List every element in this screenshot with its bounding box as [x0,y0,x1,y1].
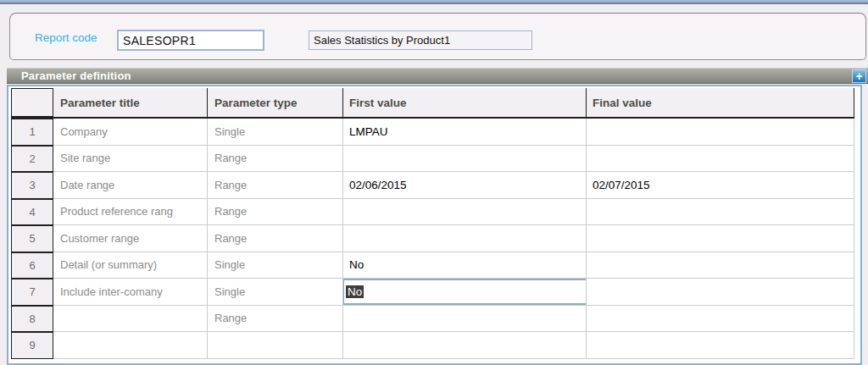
parameter-type-cell[interactable] [208,332,343,359]
table-row: 6 Detail (or summary) Single No [11,252,854,279]
table-row: 1 Company Single LMPAU [11,119,854,146]
header-parameter-title: Parameter title [53,88,208,117]
parameter-type-cell[interactable]: Single [208,252,343,279]
first-value-cell[interactable] [343,146,587,173]
first-value-cell[interactable] [343,199,587,226]
row-number-cell[interactable]: 3 [11,172,53,199]
section-title: Parameter definition [21,69,131,83]
row-number-cell[interactable]: 2 [11,146,53,173]
first-value-cell[interactable]: LMPAU [343,119,587,146]
parameter-title-cell[interactable]: Product reference rang [53,199,208,226]
parameter-title-cell[interactable]: Company [53,119,208,146]
parameter-title-cell[interactable]: Include inter-comany [53,279,208,306]
parameter-type-cell[interactable]: Single [208,279,343,306]
first-value-cell[interactable] [343,306,587,333]
report-description-field[interactable]: Sales Statistics by Product1 [309,30,532,50]
table-row: 9 [11,332,854,359]
table-row: 2 Site range Range [11,146,854,173]
report-identification-panel: Report code SALESOPR1 Sales Statistics b… [9,13,866,60]
parameter-grid: Parameter title Parameter type First val… [11,88,854,359]
row-number-cell[interactable]: 5 [11,225,53,252]
final-value-cell[interactable] [587,306,854,333]
final-value-cell[interactable] [587,199,854,226]
parameter-type-cell[interactable]: Single [208,119,343,146]
final-value-cell[interactable] [587,279,854,306]
row-number-cell[interactable]: 6 [11,252,53,279]
report-code-input[interactable]: SALESOPR1 [117,30,264,51]
row-number-cell[interactable]: 1 [11,119,53,146]
parameter-table: Parameter title Parameter type First val… [7,85,862,365]
first-value-cell[interactable] [343,332,587,359]
parameter-title-cell[interactable]: Date range [53,172,208,199]
first-value-cell[interactable] [343,225,587,252]
parameter-title-cell[interactable]: Customer range [53,225,208,252]
header-first-value: First value [343,88,587,117]
parameter-title-cell[interactable]: Detail (or summary) [53,252,208,279]
parameter-title-cell[interactable] [53,332,208,359]
parameter-type-cell[interactable]: Range [208,225,343,252]
plus-icon: + [855,70,862,82]
row-number-cell[interactable]: 7 [11,279,53,306]
parameter-title-cell[interactable]: Site range [53,146,208,173]
final-value-cell[interactable] [587,146,854,173]
first-value-cell[interactable]: No [343,279,587,306]
parameter-title-cell[interactable] [53,306,208,333]
table-row: 4 Product reference rang Range [11,199,854,226]
first-value-cell[interactable]: 02/06/2015 [343,172,587,199]
parameter-type-cell[interactable]: Range [208,172,343,199]
first-value-cell[interactable]: No [343,252,587,279]
final-value-cell[interactable] [587,252,854,279]
parameter-type-cell[interactable]: Range [208,199,343,226]
row-number-cell[interactable]: 9 [11,332,53,359]
row-number-cell[interactable]: 4 [11,199,53,226]
final-value-cell[interactable] [587,225,854,252]
report-code-label: Report code [35,14,97,61]
final-value-cell[interactable] [587,332,854,359]
table-row: 5 Customer range Range [11,225,854,252]
parameter-type-cell[interactable]: Range [208,146,343,173]
table-row: 7 Include inter-comany Single No [11,279,854,306]
header-parameter-type: Parameter type [208,88,343,117]
table-header-row: Parameter title Parameter type First val… [11,88,854,119]
header-final-value: Final value [587,88,854,117]
selected-cell-text: No [346,285,364,298]
header-row-number [11,88,53,117]
final-value-cell[interactable]: 02/07/2015 [587,172,854,199]
active-cell-editor[interactable]: No [343,279,587,305]
final-value-cell[interactable] [587,119,854,146]
table-row: 3 Date range Range 02/06/2015 02/07/2015 [11,172,854,199]
table-row: 8 Range [11,306,854,333]
window-top-strip [0,0,868,4]
row-number-cell[interactable]: 8 [11,306,53,333]
parameter-type-cell[interactable]: Range [208,306,343,333]
parameter-definition-section-bar: Parameter definition + [7,68,868,84]
add-row-button[interactable]: + [852,69,866,83]
